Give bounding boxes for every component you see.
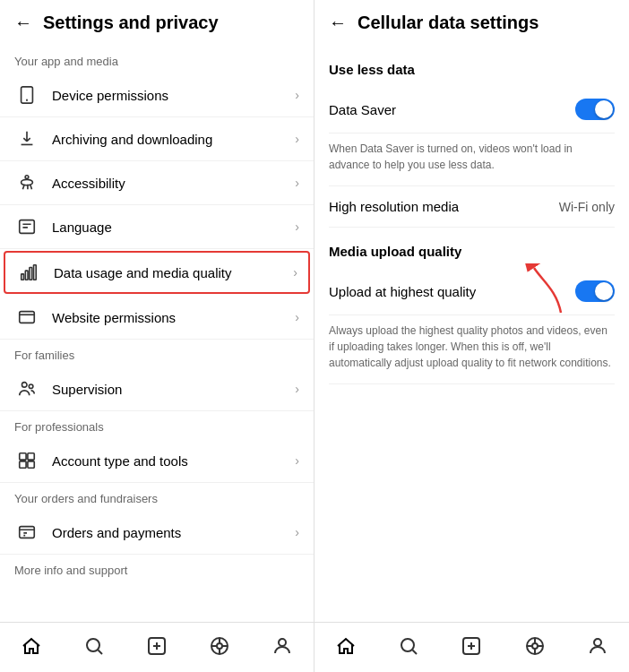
svg-rect-11 (20, 453, 26, 460)
sidebar-item-label: Language (52, 220, 295, 235)
left-back-button[interactable]: ← (14, 13, 32, 33)
chevron-right-icon: › (295, 310, 299, 324)
sidebar-item-orders-payments[interactable]: Orders and payments › (0, 511, 314, 555)
svg-point-9 (22, 383, 28, 388)
left-panel: ← Settings and privacy Your app and medi… (0, 0, 314, 672)
svg-point-10 (29, 384, 33, 389)
sidebar-item-data-usage[interactable]: Data usage and media quality › (4, 251, 310, 294)
nav-add[interactable] (146, 635, 168, 657)
sidebar-item-label: Account type and tools (52, 453, 295, 469)
add-icon (461, 635, 482, 657)
website-icon (14, 307, 39, 327)
svg-point-16 (87, 639, 99, 651)
data-saver-row[interactable]: Data Saver (329, 86, 615, 134)
right-content: Use less data Data Saver When Data Saver… (314, 46, 629, 622)
sidebar-item-label: Device permissions (52, 88, 295, 103)
device-icon (14, 85, 39, 105)
nav-search-right[interactable] (398, 635, 419, 657)
sidebar-item-archiving[interactable]: Archiving and downloading › (0, 117, 314, 161)
upload-quality-label: Upload at highest quality (329, 284, 476, 299)
sidebar-item-label: Website permissions (52, 310, 295, 325)
chevron-right-icon: › (295, 453, 299, 468)
nav-home-right[interactable] (335, 635, 357, 657)
sidebar-item-website-permissions[interactable]: Website permissions › (0, 296, 314, 340)
svg-rect-13 (20, 461, 26, 468)
reels-icon (209, 635, 230, 657)
svg-point-40 (594, 639, 601, 646)
upload-quality-row[interactable]: Upload at highest quality (329, 268, 615, 315)
svg-rect-12 (28, 453, 34, 460)
section-label-professionals: For professionals (0, 411, 314, 439)
profile-icon (271, 635, 293, 657)
sidebar-item-accessibility[interactable]: Accessibility › (0, 161, 314, 205)
right-header: ← Cellular data settings (314, 0, 629, 46)
settings-list: Your app and media Device permissions › … (0, 46, 314, 622)
svg-rect-15 (20, 527, 35, 538)
section-label-more-info: More info and support (0, 555, 314, 582)
svg-rect-4 (22, 274, 24, 280)
account-icon (14, 451, 39, 470)
right-panel-title: Cellular data settings (358, 13, 539, 33)
sidebar-item-label: Accessibility (52, 176, 295, 191)
sidebar-item-label: Data usage and media quality (54, 265, 293, 280)
nav-add-right[interactable] (461, 635, 482, 657)
svg-line-17 (99, 650, 103, 654)
use-less-data-label: Use less data (329, 46, 615, 86)
nav-profile[interactable] (271, 635, 293, 657)
high-resolution-label: High resolution media (329, 199, 459, 214)
right-bottom-nav (314, 622, 629, 672)
section-label-families: For families (0, 340, 314, 367)
upload-quality-wrapper: Upload at highest quality (329, 268, 615, 315)
svg-point-29 (401, 639, 414, 651)
orders-icon (14, 522, 39, 542)
svg-point-27 (279, 639, 286, 646)
language-icon (14, 217, 39, 237)
sidebar-item-label: Archiving and downloading (52, 132, 295, 147)
reels-icon (524, 635, 546, 657)
chevron-right-icon: › (295, 176, 299, 190)
chevron-right-icon: › (295, 525, 299, 539)
data-icon (16, 263, 41, 282)
right-back-button[interactable]: ← (329, 13, 347, 33)
nav-home[interactable] (21, 635, 42, 657)
nav-reels-right[interactable] (524, 635, 546, 657)
sidebar-item-supervision[interactable]: Supervision › (0, 367, 314, 411)
section-label-app-media: Your app and media (0, 46, 314, 73)
media-upload-label: Media upload quality (329, 228, 615, 268)
data-saver-label: Data Saver (329, 102, 396, 117)
nav-reels[interactable] (209, 635, 230, 657)
sidebar-item-label: Orders and payments (52, 525, 295, 540)
chevron-right-icon: › (293, 265, 297, 280)
data-saver-description: When Data Saver is turned on, videos won… (329, 134, 615, 186)
left-header: ← Settings and privacy (0, 0, 314, 46)
svg-rect-6 (30, 268, 32, 280)
search-icon (83, 635, 105, 657)
upload-quality-description: Always upload the highest quality photos… (329, 315, 615, 384)
svg-point-2 (25, 176, 29, 179)
sidebar-item-device-permissions[interactable]: Device permissions › (0, 73, 314, 117)
chevron-right-icon: › (295, 88, 299, 102)
data-saver-toggle[interactable] (575, 99, 615, 120)
nav-search[interactable] (83, 635, 105, 657)
left-bottom-nav (0, 622, 314, 672)
svg-point-22 (217, 643, 222, 649)
home-icon (21, 635, 42, 657)
nav-profile-right[interactable] (587, 635, 608, 657)
download-icon (14, 129, 39, 149)
sidebar-item-label: Supervision (52, 382, 295, 397)
high-resolution-value: Wi-Fi only (559, 200, 615, 214)
svg-rect-14 (28, 461, 34, 468)
supervision-icon (14, 379, 39, 399)
sidebar-item-account-type[interactable]: Account type and tools › (0, 439, 314, 483)
svg-rect-7 (34, 265, 37, 280)
left-panel-title: Settings and privacy (43, 13, 219, 33)
sidebar-item-language[interactable]: Language › (0, 205, 314, 249)
high-resolution-row[interactable]: High resolution media Wi-Fi only (329, 186, 615, 228)
chevron-right-icon: › (295, 382, 299, 396)
upload-quality-toggle[interactable] (575, 280, 615, 302)
profile-icon (587, 635, 608, 657)
search-icon (398, 635, 419, 657)
accessibility-icon (14, 173, 39, 193)
home-icon (335, 635, 357, 657)
svg-point-35 (532, 643, 538, 649)
